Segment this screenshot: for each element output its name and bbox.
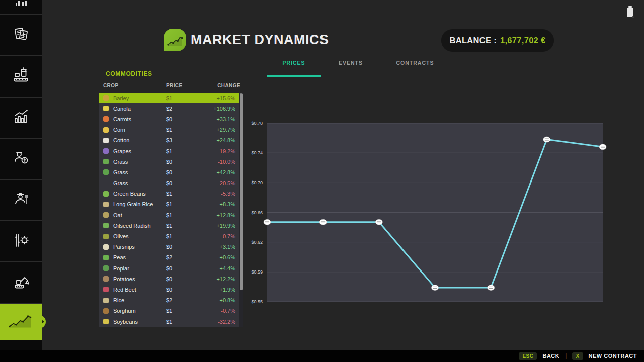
grapes-icon — [103, 148, 109, 154]
commodity-row[interactable]: Rice$2+0.8% — [99, 295, 239, 306]
commodity-row[interactable]: Grapes$1-19.2% — [99, 146, 239, 156]
crop-name: Potatoes — [113, 276, 166, 282]
crop-price: $0 — [166, 287, 197, 293]
y-axis-tick-label: $0.59 — [251, 269, 263, 275]
crop-change: +33.1% — [197, 116, 235, 122]
rice-paddy-icon — [103, 298, 109, 303]
crop-change: +1.9% — [197, 287, 235, 293]
x-key-badge[interactable]: X — [572, 352, 583, 360]
sidebar-item-top-clipped[interactable] — [0, 0, 42, 15]
crop-price: $1 — [166, 223, 197, 229]
commodity-row[interactable]: Oat$1+12.8% — [99, 210, 239, 220]
column-header-price: PRICE — [166, 83, 183, 88]
y-axis-tick-label: $0.78 — [251, 121, 263, 126]
tab-events[interactable]: EVENTS — [334, 60, 367, 66]
crop-change: +29.7% — [197, 127, 235, 133]
canola-icon — [103, 106, 109, 111]
data-point-marker — [432, 285, 439, 290]
market-chart-icon — [7, 310, 36, 334]
grass-icon — [103, 159, 109, 164]
active-tab-underline — [267, 75, 321, 77]
new-contract-button[interactable]: NEW CONTRACT — [589, 353, 637, 359]
crop-name: Long Grain Rice — [113, 201, 166, 207]
settings-sliders-gear-icon — [11, 230, 31, 252]
back-button[interactable]: BACK — [542, 353, 559, 359]
crop-change: +12.8% — [197, 212, 235, 218]
sidebar-item-settings[interactable] — [0, 221, 42, 262]
commodity-row[interactable]: Cotton$3+24.8% — [99, 135, 239, 146]
crop-change: +24.8% — [197, 137, 235, 143]
battery-icon — [627, 8, 633, 17]
commodity-row[interactable]: Carrots$0+33.1% — [99, 114, 239, 124]
commodity-row[interactable]: Parsnips$0+3.1% — [99, 242, 239, 252]
crop-name: Soybeans — [113, 319, 166, 325]
icon-spacer — [103, 180, 109, 186]
market-dynamics-logo-icon — [164, 29, 186, 51]
commodity-row[interactable]: Soybeans$1-32.2% — [99, 316, 239, 327]
crop-name: Oilseed Radish — [113, 223, 166, 229]
commodity-row[interactable]: Grass$0+42.8% — [99, 167, 239, 177]
commodity-row[interactable]: Grass$0-10.0% — [99, 156, 239, 167]
crop-name: Oat — [113, 212, 166, 218]
sidebar-item-sales[interactable] — [0, 139, 42, 180]
esc-key-badge[interactable]: ESC — [519, 352, 537, 360]
crop-change: +42.8% — [197, 169, 235, 175]
commodity-row[interactable]: Poplar$0+4.4% — [99, 263, 239, 274]
sidebar-item-production[interactable] — [0, 56, 42, 98]
commodity-row[interactable]: Oilseed Radish$1+19.9% — [99, 220, 239, 231]
crop-name: Carrots — [113, 116, 166, 122]
crop-change: +19.9% — [197, 223, 235, 229]
crop-name: Grass — [113, 159, 166, 165]
commodity-row[interactable]: Olives$1-0.7% — [99, 231, 239, 241]
commodity-row[interactable]: Sorghum$1-0.7% — [99, 306, 239, 316]
oat-icon — [103, 212, 109, 218]
balance-value: 1,677,702 € — [500, 36, 545, 45]
commodity-row[interactable]: Grass$0-20.5% — [99, 178, 239, 189]
crop-name: Parsnips — [113, 244, 166, 250]
soybeans-icon — [103, 319, 109, 324]
commodities-rows: Barley$1+15.6%Canola$2+106.9%Carrots$0+3… — [99, 93, 239, 327]
market-dynamics-screen: MARKET DYNAMICS BALANCE : 1,677,702 € PR… — [0, 0, 644, 362]
corn-icon — [103, 127, 109, 133]
footer-separator: | — [565, 352, 567, 359]
crop-change: -32.2% — [197, 319, 235, 325]
crop-price: $1 — [166, 212, 197, 218]
crop-name: Poplar — [113, 265, 166, 272]
crop-name: Canola — [113, 106, 166, 112]
sidebar-item-construction[interactable] — [0, 262, 42, 304]
farmer-icon — [11, 189, 31, 211]
sidebar-item-documents[interactable] — [0, 15, 42, 56]
commodity-row[interactable]: Red Beet$0+1.9% — [99, 284, 239, 295]
sorghum-icon — [103, 308, 109, 314]
y-axis-tick-label: $0.62 — [251, 240, 263, 245]
crop-price: $1 — [166, 95, 197, 101]
commodity-row[interactable]: Canola$2+106.9% — [99, 103, 239, 114]
commodity-row[interactable]: Green Beans$1-5.3% — [99, 189, 239, 199]
data-point-marker — [599, 144, 606, 150]
balance-label: BALANCE : — [450, 36, 497, 45]
crop-name: Sorghum — [113, 308, 166, 314]
commodity-row[interactable]: Long Grain Rice$1+8.3% — [99, 199, 239, 210]
commodity-row[interactable]: Potatoes$0+12.2% — [99, 274, 239, 284]
sidebar-item-market-dynamics[interactable] — [0, 304, 42, 340]
green-beans-icon — [103, 191, 109, 197]
commodity-row[interactable]: Barley$1+15.6% — [99, 93, 239, 103]
tab-prices[interactable]: PRICES — [277, 60, 310, 66]
crop-name: Red Beet — [113, 287, 166, 293]
sidebar-item-statistics[interactable] — [0, 98, 42, 139]
oilseed-radish-icon — [103, 223, 109, 228]
crop-change: +3.1% — [197, 244, 235, 250]
crop-price: $0 — [166, 169, 197, 175]
crop-name: Cotton — [113, 137, 166, 143]
commodities-table: Barley$1+15.6%Canola$2+106.9%Carrots$0+3… — [99, 93, 243, 327]
tab-contracts[interactable]: CONTRACTS — [392, 60, 438, 66]
crop-name: Green Beans — [113, 191, 166, 197]
commodity-row[interactable]: Peas$2+0.6% — [99, 252, 239, 263]
game-menu-sidebar — [0, 0, 42, 350]
data-point-marker — [264, 219, 271, 225]
sidebar-item-farmer[interactable] — [0, 180, 42, 221]
peas-icon — [103, 255, 109, 260]
commodity-row[interactable]: Corn$1+29.7% — [99, 125, 239, 135]
crop-price: $0 — [166, 116, 197, 122]
crop-price: $0 — [166, 159, 197, 165]
